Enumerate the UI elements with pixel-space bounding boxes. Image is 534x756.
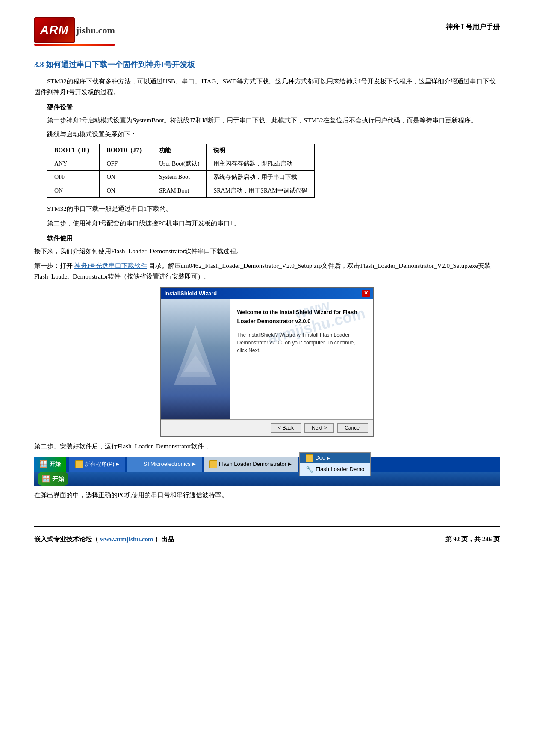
arrow-icon4: ▶ [327,455,330,462]
arrow-icon2: ▶ [192,461,196,468]
start-icon-bottom: 🪟 [42,473,50,484]
programs-icon [75,460,83,468]
logo-underline [34,44,115,46]
start-text-bottom: 开始 [52,474,64,483]
fld-item[interactable]: Flash Loader Demonstrator ▶ [204,457,298,472]
table-intro: 跳线与启动模式设置关系如下： [34,129,500,140]
install-banner [161,299,230,419]
page-wrapper: ARM jishu.com 神舟 I 号用户手册 3.8 如何通过串口下载一个固… [34,17,500,544]
st-micro-item[interactable]: STMicroelectronics ▶ [127,457,202,472]
flash-demo-icon: 🔧 [306,465,313,474]
close-icon[interactable]: ✕ [362,290,370,297]
step3-text: 在弹出界面的中，选择正确的PC机使用的串口号和串行通信波特率。 [34,490,500,501]
header: ARM jishu.com 神舟 I 号用户手册 [34,17,500,46]
fld-icon [209,460,217,468]
footer: 嵌入式专业技术论坛（ www.armjishu.com ）出品 第 92 页，共… [34,526,500,544]
install-desc: The InstallShield? Wizard will install F… [237,331,366,354]
sw-para1: 接下来，我们介绍如何使用Flash_Loader_Demonstrator软件串… [34,246,500,257]
sw-para2-prefix: 第一步：打开 [34,262,73,269]
start-button[interactable]: 🪟 开始 [34,457,66,472]
hw-para3: 第二步，使用神舟I号配套的串口线连接PC机串口与开发板的串口1。 [34,218,500,229]
install-welcome-text: Welcome to the InstallShield Wizard for … [237,308,366,326]
install-title-text: InstallShield Wizard [165,289,217,298]
cell-d1: 用主闪存存储器，即Flash启动 [207,157,314,170]
table-row: OFF ON System Boot 系统存储器启动，用于串口下载 [47,171,315,184]
hw-heading: 硬件设置 [34,102,500,113]
doc-item[interactable]: Doc ▶ [300,453,370,463]
cell-f3: SRAM Boot [152,184,207,197]
doc-icon [306,454,313,462]
table-body: ANY OFF User Boot(默认) 用主闪存存储器，即Flash启动 O… [47,157,315,197]
install-footer: < Back Next > Cancel [161,419,373,436]
doc-submenu: Doc ▶ 🔧 Flash Loader Demo [299,452,371,476]
st-icon [133,460,142,468]
col-boot0: BOOT0（J7） [100,144,152,157]
logo-area: ARM jishu.com [34,17,115,46]
section-title: 3.8 如何通过串口下载一个固件到神舟I号开发板 [34,59,500,71]
col-boot1: BOOT1（J8） [47,144,100,157]
back-button[interactable]: < Back [271,423,301,433]
flash-demo-item[interactable]: 🔧 Flash Loader Demo [300,463,370,475]
cell-f2: System Boot [152,171,207,184]
footer-right: 第 92 页，共 246 页 [445,534,500,544]
cell-b0-3: ON [100,184,152,197]
arrow-icon3: ▶ [288,461,292,468]
taskbar-row: 🪟 开始 所有程序(P) ▶ STMicroelectronics ▶ Flas… [34,457,500,472]
sw-link[interactable]: 神舟I号光盘串口下载软件 [74,262,147,269]
cell-b0-1: OFF [100,157,152,170]
all-programs-label: 所有程序(P) [85,460,114,469]
taskbar-bottom: 🪟 开始 [34,472,500,486]
st-micro-label: STMicroelectronics [143,460,191,469]
step2-text: 第二步、安装好软件后，运行Flash_Loader_Demonstrator软件… [34,441,500,452]
all-programs-item[interactable]: 所有程序(P) ▶ [69,457,125,472]
taskbar-start-bottom[interactable]: 🪟 开始 [38,472,68,486]
cell-d3: SRAM启动，用于SRAM中调试代码 [207,184,314,197]
intro-para: STM32的程序下载有多种方法，可以通过USB、串口、JTAG、SWD等方式下载… [34,76,500,98]
arm-logo: ARM [34,17,75,43]
table-header: BOOT1（J8） BOOT0（J7） 功能 说明 [47,144,315,157]
arm-logo-text: ARM [40,23,69,36]
arrow-icon: ▶ [116,461,119,468]
install-right-panel: Welcome to the InstallShield Wizard for … [230,299,373,419]
fld-label: Flash Loader Demonstrator [219,460,286,469]
start-label: 开始 [50,460,61,469]
sw-para2: 第一步：打开 神舟I号光盘串口下载软件 目录。解压um0462_Flash_Lo… [34,261,500,282]
footer-link[interactable]: www.armjishu.com [100,534,153,544]
cell-b1-3: ON [47,184,100,197]
footer-left-text: 嵌入式专业技术论坛（ [34,534,98,544]
taskbar-screenshot: 🪟 开始 所有程序(P) ▶ STMicroelectronics ▶ Flas… [34,457,500,486]
cancel-button[interactable]: Cancel [337,423,368,433]
cell-b1-2: OFF [47,171,100,184]
flash-demo-label: Flash Loader Demo [316,465,364,474]
hw-para1: 第一步神舟I号启动模式设置为SystemBoot。将跳线J7和J8断开，用于串口… [34,115,500,126]
doc-label: Doc [315,454,325,462]
table-row: ANY OFF User Boot(默认) 用主闪存存储器，即Flash启动 [47,157,315,170]
cell-f1: User Boot(默认) [152,157,207,170]
sw-heading: 软件使用 [34,233,500,243]
col-desc: 说明 [207,144,314,157]
footer-right-paren: ）出品 [155,534,174,544]
doc-title: 神舟 I 号用户手册 [446,21,500,33]
install-body: Welcome to the InstallShield Wizard for … [161,299,373,419]
cell-b0-2: ON [100,171,152,184]
table-row: ON ON SRAM Boot SRAM启动，用于SRAM中调试代码 [47,184,315,197]
logo-suffix: jishu.com [76,23,115,38]
install-wizard-screenshot: InstallShield Wizard ✕ Welcome to the In… [160,287,374,437]
footer-left: 嵌入式专业技术论坛（ www.armjishu.com ）出品 [34,534,174,544]
cell-b1-1: ANY [47,157,100,170]
col-func: 功能 [152,144,207,157]
cell-d2: 系统存储器启动，用于串口下载 [207,171,314,184]
next-button[interactable]: Next > [304,423,334,433]
wizard-graphic [170,317,221,402]
hw-para2: STM32的串口下载一般是通过串口1下载的。 [34,204,500,215]
boot-table: BOOT1（J8） BOOT0（J7） 功能 说明 ANY OFF User B… [47,144,315,198]
install-titlebar: InstallShield Wizard ✕ [161,288,373,300]
boot-table-wrapper: BOOT1（J8） BOOT0（J7） 功能 说明 ANY OFF User B… [47,144,500,198]
